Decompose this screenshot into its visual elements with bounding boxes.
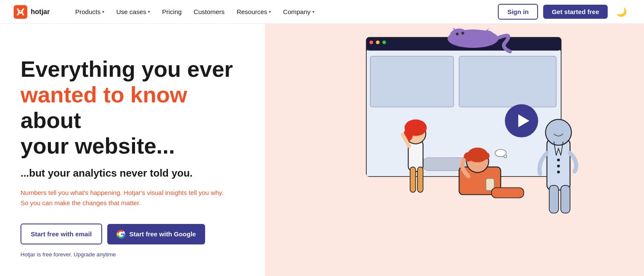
chevron-down-icon: ▾ (312, 9, 315, 14)
hero-headline: Everything you ever wanted to know about… (21, 57, 244, 159)
svg-point-43 (456, 33, 459, 35)
cta-buttons: Start free with email Start free with Go… (21, 224, 244, 244)
svg-point-28 (482, 152, 489, 160)
hero-illustration (265, 24, 644, 276)
sign-in-button[interactable]: Sign in (498, 4, 538, 20)
chevron-down-icon: ▾ (269, 9, 271, 14)
nav-item-customers[interactable]: Customers (188, 5, 230, 19)
get-started-button[interactable]: Get started free (543, 5, 608, 19)
nav-item-company[interactable]: Company ▾ (278, 5, 319, 19)
svg-rect-33 (549, 186, 559, 213)
logo[interactable]: hotjar (14, 5, 56, 19)
svg-rect-34 (561, 186, 570, 213)
svg-rect-22 (418, 167, 423, 192)
dark-mode-toggle[interactable]: 🌙 (613, 5, 630, 19)
start-email-button[interactable]: Start free with email (21, 224, 102, 244)
svg-point-44 (462, 32, 464, 34)
svg-point-37 (557, 171, 560, 173)
svg-point-16 (504, 155, 506, 157)
svg-point-39 (450, 29, 468, 44)
svg-rect-11 (459, 56, 556, 107)
hero-svg (265, 24, 644, 276)
svg-rect-10 (371, 56, 454, 107)
svg-point-36 (557, 165, 560, 167)
nav-item-resources[interactable]: Resources ▾ (232, 5, 276, 19)
hero-left: Everything you ever wanted to know about… (0, 24, 265, 276)
svg-point-32 (546, 119, 572, 145)
chevron-down-icon: ▾ (148, 9, 150, 14)
nav-actions: Sign in Get started free 🌙 (498, 4, 630, 20)
nav-item-products[interactable]: Products ▾ (70, 5, 109, 19)
svg-point-35 (557, 159, 560, 161)
nav-links: Products ▾ Use cases ▾ Pricing Customers… (70, 5, 498, 19)
svg-rect-8 (382, 41, 386, 44)
main-content: Everything you ever wanted to know about… (0, 24, 644, 276)
upgrade-link[interactable]: Upgrade anytime (74, 251, 116, 258)
svg-rect-6 (369, 41, 373, 44)
hero-subheadline: ...but your analytics never told you. (21, 167, 244, 179)
svg-rect-7 (376, 41, 380, 44)
navigation: hotjar Products ▾ Use cases ▾ Pricing Cu… (0, 0, 644, 24)
free-note: Hotjar is free forever. Upgrade anytime (21, 251, 244, 258)
logo-text: hotjar (31, 8, 56, 16)
google-icon (117, 230, 125, 238)
nav-item-pricing[interactable]: Pricing (157, 5, 187, 19)
svg-text:hotjar: hotjar (31, 8, 50, 15)
start-google-button[interactable]: Start free with Google (107, 224, 206, 244)
svg-rect-30 (491, 188, 524, 198)
svg-rect-21 (410, 167, 416, 192)
chevron-down-icon: ▾ (102, 9, 104, 14)
nav-item-use-cases[interactable]: Use cases ▾ (111, 5, 155, 19)
svg-point-40 (479, 30, 494, 41)
hero-description: Numbers tell you what's happening. Hotja… (21, 188, 226, 208)
